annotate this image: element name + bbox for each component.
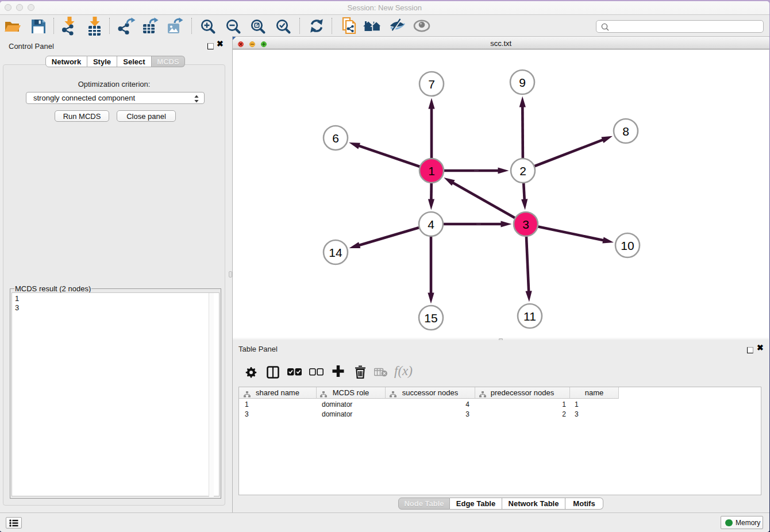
svg-text:2: 2 <box>519 164 526 178</box>
svg-text:7: 7 <box>428 78 435 91</box>
svg-text:14: 14 <box>329 246 342 259</box>
svg-text:6: 6 <box>332 132 339 145</box>
svg-text:9: 9 <box>519 76 526 89</box>
svg-text:4: 4 <box>428 218 434 231</box>
svg-text:1: 1 <box>428 164 435 178</box>
svg-text:15: 15 <box>424 311 437 325</box>
svg-text:11: 11 <box>523 310 536 323</box>
svg-text:8: 8 <box>622 125 629 138</box>
svg-text:3: 3 <box>522 218 529 231</box>
svg-text:10: 10 <box>621 239 634 252</box>
